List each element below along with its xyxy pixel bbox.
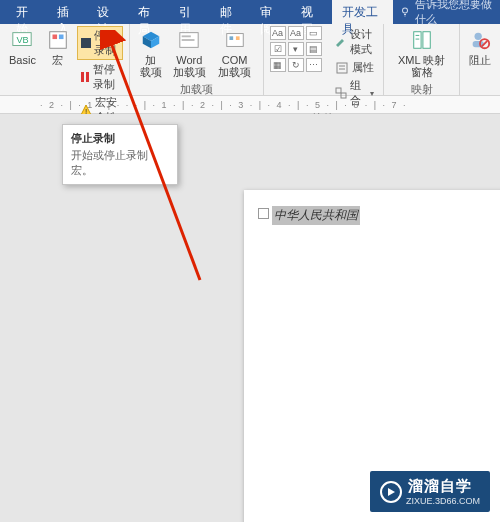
selected-text[interactable]: 中华人民共和国: [272, 206, 360, 225]
visual-basic-button[interactable]: VB Basic: [6, 26, 39, 68]
lightbulb-icon: [399, 5, 411, 19]
svg-marker-33: [388, 488, 395, 496]
group-protect-label: [478, 79, 481, 95]
svg-rect-17: [226, 34, 243, 47]
pause-recording-button[interactable]: 暂停录制: [77, 61, 123, 93]
svg-rect-26: [423, 32, 430, 49]
tab-design[interactable]: 设计: [87, 0, 128, 24]
svg-rect-25: [413, 32, 420, 49]
properties-icon: [335, 61, 349, 75]
block-authors-button[interactable]: 阻止: [465, 26, 495, 68]
control-date-icon[interactable]: ▦: [270, 58, 286, 72]
svg-rect-19: [236, 36, 240, 40]
svg-point-29: [475, 33, 482, 40]
control-legacy-icon[interactable]: ⋯: [306, 58, 322, 72]
group-icon: [335, 86, 347, 100]
block-icon: [468, 28, 492, 52]
checkbox-content-control[interactable]: [258, 208, 269, 219]
macros-label: 宏: [52, 54, 63, 66]
ribbon: VB Basic 宏 停止录制 暂停录制: [0, 24, 500, 96]
xml-mapping-button[interactable]: XML 映射窗格: [390, 26, 453, 80]
tooltip-stop-recording: 停止录制 开始或停止录制宏。: [62, 124, 178, 185]
stop-icon: [81, 36, 91, 50]
control-richtext-icon[interactable]: Aa: [270, 26, 286, 40]
document-workspace: ⌐ 中华人民共和国 停止录制 开始或停止录制宏。 溜溜自学 ZIXUE.3D66…: [0, 114, 500, 522]
svg-point-0: [403, 8, 408, 13]
tab-view[interactable]: 视图: [291, 0, 332, 24]
tab-insert[interactable]: 插入: [47, 0, 88, 24]
group-addins-label: 加载项: [180, 80, 213, 99]
tooltip-title: 停止录制: [71, 131, 169, 146]
tab-references[interactable]: 引用: [169, 0, 210, 24]
svg-text:VB: VB: [17, 35, 29, 45]
addins-button[interactable]: 加 载项: [136, 26, 166, 80]
watermark-en: ZIXUE.3D66.COM: [406, 496, 480, 506]
group-code: VB Basic 宏 停止录制 暂停录制: [0, 24, 130, 95]
control-dropdown-icon[interactable]: ▤: [306, 42, 322, 56]
svg-rect-4: [52, 35, 57, 40]
svg-rect-7: [81, 72, 84, 82]
word-addins-button[interactable]: Word 加载项: [170, 26, 209, 80]
group-protect: 阻止: [460, 24, 500, 95]
properties-label: 属性: [352, 60, 374, 75]
word-addins-icon: [177, 28, 201, 52]
svg-rect-8: [86, 72, 89, 82]
play-icon: [380, 481, 402, 503]
control-plaintext-icon[interactable]: Aa: [288, 26, 304, 40]
tab-mailings[interactable]: 邮件: [210, 0, 251, 24]
control-repeat-icon[interactable]: ↻: [288, 58, 304, 72]
com-addins-label: COM 加载项: [216, 54, 254, 78]
control-checkbox-icon[interactable]: ☑: [270, 42, 286, 56]
pause-icon: [80, 70, 90, 84]
watermark-zh: 溜溜自学: [408, 477, 480, 496]
properties-button[interactable]: 属性: [332, 59, 378, 76]
controls-gallery[interactable]: Aa Aa ▭ ☑ ▾ ▤ ▦ ↻ ⋯: [270, 26, 322, 72]
xml-mapping-label: XML 映射窗格: [393, 54, 450, 78]
svg-rect-15: [182, 35, 191, 37]
com-addins-button[interactable]: COM 加载项: [213, 26, 257, 80]
group-controls: Aa Aa ▭ ☑ ▾ ▤ ▦ ↻ ⋯ 设计模式 属性: [264, 24, 385, 95]
tooltip-body: 开始或停止录制宏。: [71, 148, 169, 178]
visual-basic-icon: VB: [10, 28, 34, 52]
word-addins-label: Word 加载项: [173, 54, 206, 78]
svg-rect-5: [59, 35, 64, 40]
svg-rect-20: [337, 63, 347, 73]
chevron-down-icon: ▾: [370, 89, 374, 98]
pause-recording-label: 暂停录制: [93, 62, 120, 92]
tab-home[interactable]: 开始: [6, 0, 47, 24]
svg-rect-16: [182, 39, 195, 41]
addins-icon: [139, 28, 163, 52]
group-mapping-label: 映射: [411, 80, 433, 99]
xml-mapping-icon: [410, 28, 434, 52]
tell-me-search[interactable]: 告诉我您想要做什么: [393, 0, 500, 24]
visual-basic-label: Basic: [9, 54, 36, 66]
design-mode-button[interactable]: 设计模式: [332, 26, 378, 58]
watermark-badge: 溜溜自学 ZIXUE.3D66.COM: [370, 471, 490, 512]
svg-rect-24: [341, 93, 346, 98]
controls-options: 设计模式 属性 组合▾: [332, 26, 378, 109]
macros-button[interactable]: 宏: [43, 26, 73, 68]
macros-icon: [46, 28, 70, 52]
stop-recording-label: 停止录制: [94, 28, 119, 58]
com-addins-icon: [223, 28, 247, 52]
tab-layout[interactable]: 布局: [128, 0, 169, 24]
group-addins: 加 载项 Word 加载项 COM 加载项 加载项: [130, 24, 264, 95]
design-mode-icon: [335, 35, 347, 49]
svg-rect-23: [336, 88, 341, 93]
block-label: 阻止: [469, 54, 491, 66]
svg-rect-3: [50, 32, 67, 49]
group-mapping: XML 映射窗格 映射: [384, 24, 460, 95]
macro-tools-stack: 停止录制 暂停录制 ! 宏安全性: [77, 26, 123, 126]
tab-developer[interactable]: 开发工具: [332, 0, 393, 24]
tab-review[interactable]: 审阅: [250, 0, 291, 24]
ribbon-tabs: 开始 插入 设计 布局 引用 邮件 审阅 视图 开发工具 告诉我您想要做什么: [0, 0, 500, 24]
stop-recording-button[interactable]: 停止录制: [77, 26, 123, 60]
addins-label: 加 载项: [140, 54, 162, 78]
tell-me-label: 告诉我您想要做什么: [415, 0, 500, 27]
control-picture-icon[interactable]: ▭: [306, 26, 322, 40]
design-mode-label: 设计模式: [350, 27, 375, 57]
svg-rect-18: [229, 36, 233, 40]
svg-rect-6: [81, 38, 91, 48]
control-combobox-icon[interactable]: ▾: [288, 42, 304, 56]
